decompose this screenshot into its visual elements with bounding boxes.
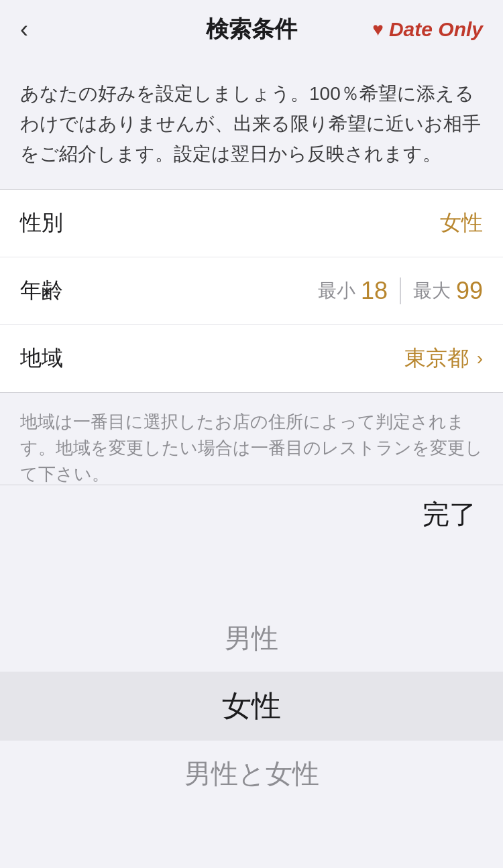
picker-item-both[interactable]: 男性と女性 (0, 741, 503, 807)
region-row[interactable]: 地域 東京都 › (0, 325, 503, 392)
settings-list: 性別 女性 年齢 最小 18 最大 99 地域 東京都 › (0, 189, 503, 393)
gender-row[interactable]: 性別 女性 (0, 190, 503, 257)
back-chevron-icon: ‹ (20, 17, 28, 42)
picker-area: 男性 女性 男性と女性 (0, 544, 503, 868)
date-only-text: Date Only (389, 18, 483, 41)
age-max-label: 最大 (413, 278, 451, 304)
done-button[interactable]: 完了 (423, 496, 476, 533)
region-note-text: 地域は一番目に選択したお店の住所によって判定されます。地域を変更したい場合は一番… (20, 412, 483, 484)
nav-bar: ‹ 検索条件 ♥ Date Only (0, 0, 503, 59)
region-value: 東京都 (404, 344, 469, 373)
picker-list: 男性 女性 男性と女性 (0, 544, 503, 868)
done-bar: 完了 (0, 485, 503, 544)
age-max-value: 99 (456, 277, 483, 305)
picker-item-male-text: 男性 (225, 623, 278, 653)
age-min-label: 最小 (318, 278, 355, 304)
picker-item-female[interactable]: 女性 (0, 672, 503, 741)
age-min-value: 18 (361, 277, 388, 305)
description-text: あなたの好みを設定しましょう。100％希望に添えるわけではありませんが、出来る限… (20, 79, 483, 169)
age-separator (400, 277, 401, 304)
age-value-container: 最小 18 最大 99 (318, 277, 483, 305)
page-title: 検索条件 (206, 14, 297, 45)
age-row[interactable]: 年齢 最小 18 最大 99 (0, 257, 503, 325)
region-value-container: 東京都 › (404, 344, 483, 373)
heart-icon: ♥ (372, 19, 384, 40)
region-label: 地域 (20, 344, 63, 373)
chevron-right-icon: › (477, 348, 483, 369)
picker-item-both-text: 男性と女性 (184, 759, 319, 788)
age-label: 年齢 (20, 276, 63, 306)
back-button[interactable]: ‹ (20, 17, 28, 42)
gender-value-container: 女性 (440, 208, 483, 238)
date-only-badge: ♥ Date Only (372, 18, 483, 41)
gender-value: 女性 (440, 208, 483, 238)
gender-label: 性別 (20, 208, 63, 238)
main-content: あなたの好みを設定しましょう。100％希望に添えるわけではありませんが、出来る限… (0, 59, 503, 503)
picker-item-female-text: 女性 (222, 689, 281, 722)
description-section: あなたの好みを設定しましょう。100％希望に添えるわけではありませんが、出来る限… (0, 59, 503, 189)
picker-item-male[interactable]: 男性 (0, 605, 503, 672)
